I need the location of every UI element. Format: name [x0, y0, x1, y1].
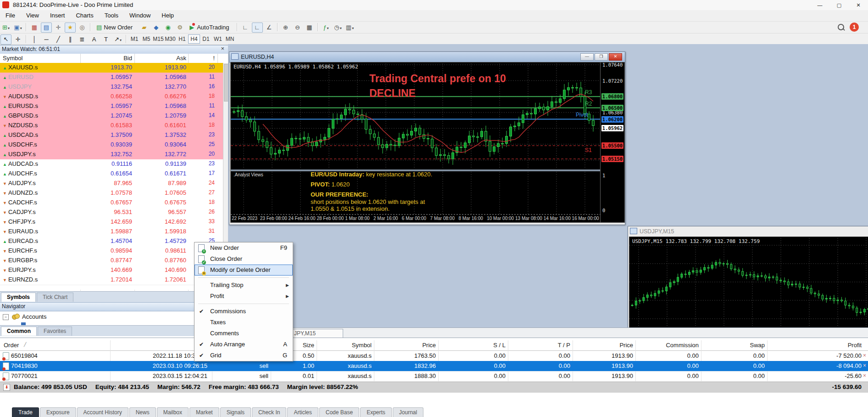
timeframe-m1[interactable]: M1 [128, 34, 140, 44]
column-header-symbol[interactable]: Symbol [352, 342, 372, 349]
market-watch-row[interactable]: ▼EURCHF.s0.985940.9861117 [0, 246, 223, 256]
timeframe-h4[interactable]: H4 [188, 34, 200, 44]
candlestick-button[interactable]: ∟ [252, 23, 263, 33]
menu-help[interactable]: Help [156, 10, 179, 21]
close-position-button[interactable]: × [863, 352, 866, 359]
notification-badge[interactable]: 1 [850, 23, 859, 32]
text-tool[interactable]: A [89, 34, 100, 45]
tab-symbols[interactable]: Symbols [1, 293, 36, 302]
column-header-tp[interactable]: T / P [558, 342, 570, 349]
menu-tools[interactable]: Tools [99, 10, 124, 21]
toolbar-search-icon[interactable] [838, 24, 844, 30]
window-maximize-button[interactable]: ▢ [831, 1, 847, 9]
market-watch-row[interactable]: ▲XAUUSD.s1913.701913.9020 [0, 63, 223, 73]
window-minimize-button[interactable]: — [812, 1, 828, 9]
col-ask-header[interactable]: Ask [176, 55, 186, 62]
column-header-order[interactable]: Order [4, 342, 19, 349]
menu-item-comments[interactable]: Comments [195, 328, 293, 339]
metaquotes-button[interactable]: ▰ [139, 23, 150, 33]
market-watch-row[interactable]: ▼AUDJPY.s87.96587.98924 [0, 179, 223, 189]
timeframe-mn[interactable]: MN [224, 34, 236, 44]
terminal-tab-news[interactable]: News [129, 407, 156, 417]
window-close-button[interactable]: ✕ [851, 1, 866, 9]
autotrading-button[interactable]: ▶AutoTrading [186, 23, 234, 33]
signals-button[interactable]: ◉ [162, 23, 173, 33]
market-watch-row[interactable]: ▲USDJPY.s132.752132.77220 [0, 150, 223, 160]
close-position-button[interactable]: × [863, 372, 866, 379]
fibonacci-tool[interactable]: ≣ [77, 34, 88, 45]
market-watch-row[interactable]: ▼CADJPY.s96.53196.55726 [0, 208, 223, 218]
market-watch-row[interactable]: ▲AUDCHF.s0.616540.6167117 [0, 169, 223, 179]
menu-view[interactable]: View [21, 10, 45, 21]
timeframe-d1[interactable]: D1 [200, 34, 212, 44]
eurusd-price-scale[interactable]: 1.076401.072201.063801.068001.065001.062… [600, 62, 624, 222]
menu-item-taxes[interactable]: Taxes [195, 317, 293, 328]
col-symbol-header[interactable]: Symbol [3, 55, 22, 62]
usdjpy-chart-canvas[interactable]: USDJPY,M15 132.783 132.799 132.708 132.7… [629, 237, 868, 338]
column-header-price[interactable]: Price [422, 342, 436, 349]
market-watch-row[interactable]: ▼AUDNZD.s1.075781.0760527 [0, 188, 223, 198]
market-watch-row[interactable]: ▲USDCAD.s1.375091.3753223 [0, 130, 223, 141]
menu-window[interactable]: Window [124, 10, 156, 21]
periods-button[interactable]: ◷▾ [333, 23, 344, 33]
market-watch-row[interactable]: ▼CHFJPY.s142.659142.69233 [0, 217, 223, 227]
navigator-item-accounts[interactable]: Accounts [22, 313, 46, 320]
timeframe-m30[interactable]: M30 [164, 34, 176, 44]
terminal-tab-check-in[interactable]: Check In [252, 407, 286, 417]
order-row[interactable]: 704198302023.03.10 09:26:15sell1.00xauus… [0, 361, 868, 372]
new-chart-button[interactable]: ⊞▾ [0, 23, 11, 33]
usdjpy-window-titlebar[interactable]: USDJPY,M15 [628, 226, 868, 237]
new-order-button[interactable]: ▤New Order [93, 23, 138, 33]
eurusd-chart-canvas[interactable]: EURUSD,H4 1.05896 1.05989 1.05862 1.0596… [230, 62, 625, 223]
col-spread-header[interactable]: ! [213, 55, 215, 62]
arrows-tool[interactable]: ↗▾ [112, 34, 123, 45]
menu-insert[interactable]: Insert [45, 10, 71, 21]
eurusd-window-titlebar[interactable]: EURUSD,H4—❐✕ [229, 52, 625, 63]
column-header-price2[interactable]: Price [619, 342, 633, 349]
terminal-tab-journal[interactable]: Journal [393, 407, 423, 417]
data-window-toggle[interactable]: ✛ [53, 23, 64, 33]
market-watch-row[interactable]: ▼CADCHF.s0.676570.6767518 [0, 198, 223, 208]
chart-minimize-button[interactable]: — [580, 53, 594, 61]
navigator-toggle[interactable]: ▤ [41, 23, 52, 33]
horizontal-line-tool[interactable]: ─ [41, 34, 52, 45]
order-row[interactable]: 650198042022.11.18 10:30.50xauusd.s1763.… [0, 351, 868, 361]
zoom-in-button[interactable]: ⊕ [280, 23, 291, 33]
menu-item-trailing-stop[interactable]: Trailing Stop▶ [195, 280, 293, 291]
menu-item-auto-arrange[interactable]: ✔Auto ArrangeA [195, 339, 293, 350]
column-header-size[interactable]: Size [303, 342, 314, 349]
terminal-tab-experts[interactable]: Experts [360, 407, 392, 417]
cursor-tool[interactable]: ↖ [0, 34, 11, 45]
menu-item-commissions[interactable]: ✔Commissions [195, 306, 293, 317]
market-watch-row[interactable]: ▼NZDUSD.s0.615830.6160118 [0, 121, 223, 131]
terminal-tab-account-history[interactable]: Account History [77, 407, 128, 417]
indicators-button[interactable]: ƒ▾ [321, 23, 332, 33]
options-button[interactable]: ⚙ [174, 23, 185, 33]
text-label-tool[interactable]: T [100, 34, 111, 45]
menu-item-close-order[interactable]: Close Order [195, 254, 293, 265]
order-row[interactable]: 707700212023.03.15 12:04:21sell0.01xauus… [0, 371, 868, 382]
column-header-commission[interactable]: Commission [666, 342, 699, 349]
tab-common[interactable]: Common [1, 327, 37, 336]
favorites-toggle[interactable]: ★ [65, 23, 76, 33]
tree-expand-icon[interactable]: − [3, 314, 9, 320]
timeframe-w1[interactable]: W1 [212, 34, 224, 44]
metaeditor-button[interactable]: ◆ [150, 23, 161, 33]
menu-item-profit[interactable]: Profit▶ [195, 291, 293, 302]
market-watch-row[interactable]: ▲EURCAD.s1.457041.4572925 [0, 237, 223, 247]
market-watch-close-icon[interactable]: × [221, 45, 224, 52]
terminal-tab-market[interactable]: Market [189, 407, 219, 417]
crosshair-tool[interactable]: ✛ [12, 34, 23, 45]
bar-chart-button[interactable]: ∟ [240, 23, 251, 33]
market-watch-row[interactable]: ▲USDCHF.s0.930390.9306425 [0, 140, 223, 150]
market-watch-row[interactable]: ▲EURUSD1.059571.0596811 [0, 73, 223, 83]
terminal-tab-exposure[interactable]: Exposure [40, 407, 76, 417]
timeframe-m5[interactable]: M5 [140, 34, 152, 44]
market-watch-row[interactable]: ▼EURJPY.s140.669140.69021 [0, 265, 223, 276]
terminal-tab-trade[interactable]: Trade [12, 407, 39, 417]
tab-favorites[interactable]: Favorites [38, 327, 72, 336]
timeframe-h1[interactable]: H1 [176, 34, 188, 44]
eurusd-chart-window[interactable]: EURUSD,H4—❐✕EURUSD,H4 1.05896 1.05989 1.… [229, 51, 625, 225]
templates-button[interactable]: ▥▾ [345, 23, 356, 33]
menu-item-new-order[interactable]: New OrderF9 [195, 242, 293, 254]
